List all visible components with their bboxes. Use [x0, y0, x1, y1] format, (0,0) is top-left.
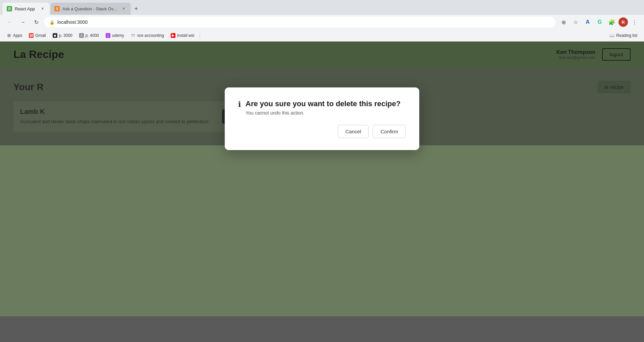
app-logo: La Recipe: [13, 48, 64, 61]
tab-stackoverflow-close[interactable]: ×: [121, 6, 127, 12]
bookmark-apps-favicon: ⊞: [7, 33, 11, 38]
user-name: Ken Thompson: [556, 49, 595, 55]
page-content: Your R te recipe Lamb K Succulent and te…: [0, 67, 644, 145]
user-info: Ken Thompson test.test@gmail.com: [556, 49, 595, 60]
bookmark-wsl[interactable]: ▶ install wsl: [168, 32, 197, 39]
lock-icon: 🔒: [49, 20, 55, 25]
extensions-icon[interactable]: 🧩: [606, 17, 617, 27]
modal-title: Are you sure you want to delete this rec…: [246, 99, 400, 108]
bookmark-p3000-favicon: ■: [53, 33, 57, 38]
tab-bar: R React App × S Ask a Question - Stack O…: [0, 0, 644, 15]
header-right: Ken Thompson test.test@gmail.com logout: [556, 48, 631, 61]
reading-list-button[interactable]: 📖 Reading list: [607, 32, 640, 39]
user-email: test.test@gmail.com: [556, 55, 595, 60]
bookmark-gmail-favicon: M: [29, 33, 34, 38]
browser-chrome: R React App × S Ask a Question - Stack O…: [0, 0, 644, 42]
modal-overlay: ℹ Are you sure you want to delete this r…: [0, 67, 644, 145]
bookmark-udemy[interactable]: U udemy: [103, 32, 127, 39]
bookmark-udemy-favicon: U: [106, 33, 110, 38]
bookmarks-bar: ⊞ Apps M Gmail ■ p. 3000 A p. 4000 U ude…: [0, 29, 644, 42]
nav-bar: ← → ↻ 🔒 localhost:3000 ⊕ ☆ A G 🧩 R ⋮: [0, 15, 644, 29]
app-content: La Recipe Ken Thompson test.test@gmail.c…: [0, 42, 644, 316]
modal-warning-icon: ℹ: [238, 100, 241, 109]
profile-a-icon[interactable]: A: [582, 17, 593, 27]
grammarly-icon[interactable]: G: [594, 17, 605, 27]
bookmark-apps[interactable]: ⊞ Apps: [4, 32, 25, 39]
bookmark-apps-label: Apps: [13, 33, 22, 38]
reading-list-icon: 📖: [609, 33, 614, 38]
more-options-icon[interactable]: ⋮: [629, 17, 640, 27]
bookmark-p4000-label: p. 4000: [86, 33, 99, 38]
profile-button[interactable]: R: [619, 17, 628, 27]
tab-react-close[interactable]: ×: [40, 6, 46, 12]
bookmark-vce[interactable]: 🛡 vce accounting: [128, 32, 167, 39]
bookmark-p3000-label: p. 3000: [59, 33, 72, 38]
reading-list-label: Reading list: [616, 33, 637, 38]
bookmark-p4000[interactable]: A p. 4000: [76, 32, 102, 39]
modal-subtitle: You cannot undo this action.: [246, 110, 400, 116]
confirm-button[interactable]: Confirm: [373, 125, 406, 138]
bookmark-gmail[interactable]: M Gmail: [26, 32, 48, 39]
delete-confirm-modal: ℹ Are you sure you want to delete this r…: [225, 87, 419, 150]
tab-stackoverflow-favicon: S: [54, 6, 60, 11]
bookmark-vce-favicon: 🛡: [131, 33, 136, 38]
bookmark-wsl-label: install wsl: [177, 33, 194, 38]
bookmark-star-icon[interactable]: ☆: [570, 17, 581, 27]
modal-header: ℹ Are you sure you want to delete this r…: [238, 99, 406, 116]
bookmark-vce-label: vce accounting: [137, 33, 164, 38]
back-button[interactable]: ←: [4, 17, 15, 27]
bookmark-p4000-favicon: A: [79, 33, 84, 38]
address-bar[interactable]: 🔒 localhost:3000: [44, 17, 555, 27]
bookmarks-separator: [200, 32, 200, 39]
cast-icon[interactable]: ⊕: [558, 17, 569, 27]
tab-react-title: React App: [15, 6, 37, 11]
nav-actions: ⊕ ☆ A G 🧩 R ⋮: [558, 17, 640, 27]
cancel-button[interactable]: Cancel: [338, 125, 369, 138]
bookmark-p3000[interactable]: ■ p. 3000: [50, 32, 75, 39]
bookmark-gmail-label: Gmail: [35, 33, 46, 38]
logout-button[interactable]: logout: [602, 48, 631, 61]
forward-button[interactable]: →: [17, 17, 28, 27]
tab-stackoverflow[interactable]: S Ask a Question - Stack Overflow ×: [50, 3, 131, 15]
address-text: localhost:3000: [57, 19, 550, 25]
modal-actions: Cancel Confirm: [238, 125, 406, 138]
refresh-button[interactable]: ↻: [31, 17, 42, 27]
tab-stackoverflow-title: Ask a Question - Stack Overflow: [62, 6, 118, 11]
tab-react-favicon: R: [7, 6, 12, 11]
tab-react[interactable]: R React App ×: [3, 3, 50, 15]
app-header: La Recipe Ken Thompson test.test@gmail.c…: [0, 42, 644, 67]
new-tab-button[interactable]: +: [131, 4, 141, 13]
bookmark-udemy-label: udemy: [112, 33, 124, 38]
bookmark-wsl-favicon: ▶: [171, 33, 175, 38]
